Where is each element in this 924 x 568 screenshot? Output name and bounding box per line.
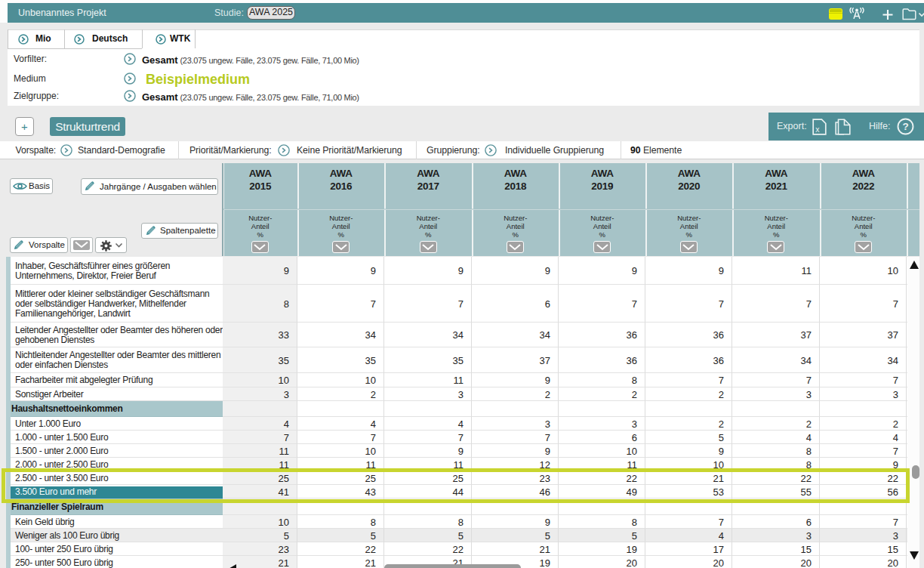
svg-text:x: x xyxy=(815,125,820,134)
svg-text:?: ? xyxy=(903,121,909,132)
